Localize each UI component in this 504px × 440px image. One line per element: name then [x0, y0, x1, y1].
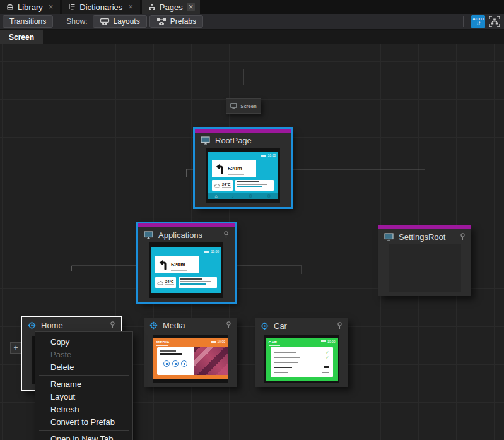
node-car[interactable]: Car CAR 10:00 ✓ ✓ — [255, 318, 348, 387]
message-card — [179, 277, 217, 288]
status-bar: 10:00 — [211, 340, 225, 343]
node-preview-frame — [389, 244, 461, 292]
car-status-card: ✓ ✓ — [271, 347, 333, 377]
media-heading: MEDIA — [156, 340, 170, 344]
status-bar: 10:00 — [204, 249, 219, 253]
show-label: Show: — [66, 17, 87, 26]
tab-label: Dictionaries — [79, 3, 122, 12]
plus-icon: + — [13, 343, 18, 352]
prefabs-toggle-button[interactable]: Prefabs — [149, 15, 203, 28]
toolbar-right-group: AUTO ↓↑ — [458, 15, 501, 28]
node-title: Home — [41, 321, 105, 330]
prefabs-node-icon — [156, 18, 167, 26]
node-titlebar: Car — [255, 318, 348, 333]
tab-screen-view[interactable]: Screen — [0, 30, 43, 44]
thumbnail-navbar: ⌂ ♪ ⚙ ⚙ — [208, 193, 278, 199]
tab-dictionaries[interactable]: Dictionaries × — [62, 0, 140, 14]
tab-label: Library — [18, 3, 43, 12]
car-thumbnail: CAR 10:00 ✓ ✓ — [266, 338, 338, 381]
menu-item-open-in-new-tab[interactable]: Open in New Tab — [35, 432, 132, 440]
toolbar-separator — [61, 16, 61, 27]
menu-item-paste[interactable]: Paste — [35, 348, 132, 360]
weather-card: 24°C — [155, 277, 176, 288]
close-icon[interactable]: × — [187, 3, 196, 11]
node-media[interactable]: Media MEDIA 10:00 — [144, 318, 237, 387]
node-title: Media — [163, 321, 221, 330]
check-icon: ✓ — [325, 355, 329, 359]
navigation-card: 520m — [212, 160, 256, 177]
music-icon: ♪ — [232, 194, 235, 198]
tab-pages[interactable]: Pages × — [142, 0, 200, 14]
node-preview-frame: MEDIA 10:00 — [153, 335, 228, 383]
pin-icon — [223, 231, 229, 239]
toolbar-separator — [463, 16, 464, 27]
temperature-label: 24°C — [222, 182, 231, 188]
pages-icon — [148, 3, 156, 11]
gear-icon: ⚙ — [249, 194, 252, 198]
applications-thumbnail: 10:00 520m 24°C — [151, 247, 221, 293]
node-title: Car — [274, 321, 332, 331]
menu-item-delete[interactable]: Delete — [35, 360, 132, 373]
check-icon: ✓ — [325, 350, 329, 354]
page-graph-canvas[interactable]: Screen RootPage 10:00 520m — [0, 44, 504, 440]
node-preview-frame: 10:00 520m 24°C ⌂ — [206, 148, 280, 203]
node-settingsroot[interactable]: SettingsRoot — [378, 225, 471, 296]
layouts-label: Layouts — [114, 17, 140, 26]
turn-left-arrow-icon — [215, 164, 225, 174]
gear-icon: ⚙ — [267, 194, 271, 198]
auto-layout-button[interactable]: AUTO ↓↑ — [471, 15, 485, 28]
node-preview-frame: CAR 10:00 ✓ ✓ — [264, 335, 339, 383]
weather-card: 24°C — [212, 180, 233, 191]
previous-track-icon — [163, 360, 170, 367]
menu-item-layout[interactable]: Layout — [35, 390, 132, 403]
add-page-button[interactable]: + — [10, 342, 21, 354]
tab-library[interactable]: Library × — [0, 0, 60, 14]
monitor-icon — [144, 231, 153, 239]
now-playing-card — [157, 347, 194, 375]
node-title: RootPage — [215, 136, 286, 145]
layouts-eye-icon — [100, 18, 110, 26]
distance-label: 520m — [171, 261, 185, 268]
close-icon[interactable]: × — [126, 3, 135, 11]
page-compass-icon — [28, 321, 36, 330]
status-bar: 10:00 — [261, 153, 276, 157]
page-compass-icon — [261, 322, 269, 330]
monitor-icon — [201, 136, 210, 145]
menu-item-refresh[interactable]: Refresh — [35, 403, 132, 415]
message-card — [235, 180, 274, 191]
dictionaries-icon — [68, 3, 76, 11]
close-icon[interactable]: × — [47, 3, 56, 11]
pause-icon — [172, 360, 179, 367]
menu-item-convert-to-prefab[interactable]: Convert to Prefab — [35, 415, 132, 428]
pin-icon — [226, 321, 231, 329]
fit-view-icon — [489, 16, 500, 27]
page-compass-icon — [149, 321, 158, 330]
node-rootpage[interactable]: RootPage 10:00 520m 24°C — [195, 129, 291, 207]
prefabs-label: Prefabs — [170, 17, 196, 26]
cloud-icon — [157, 280, 163, 285]
cloud-icon — [214, 183, 220, 188]
menu-separator — [39, 375, 129, 376]
node-screen[interactable]: Screen — [226, 98, 261, 114]
fit-view-button[interactable] — [488, 15, 501, 28]
turn-left-arrow-icon — [158, 259, 168, 270]
node-titlebar: Media — [144, 318, 237, 333]
document-tabbar: Library × Dictionaries × Pages × — [0, 0, 504, 14]
car-heading: CAR — [269, 340, 278, 344]
node-applications[interactable]: Applications 10:00 520m 24°C — [138, 223, 235, 302]
context-menu: Copy Paste Delete Rename Layout Refresh … — [35, 331, 133, 440]
menu-item-rename[interactable]: Rename — [35, 378, 132, 390]
transitions-button[interactable]: Transitions — [3, 15, 53, 28]
node-title: SettingsRoot — [399, 232, 455, 242]
node-titlebar: RootPage — [195, 133, 291, 148]
node-title: Screen — [240, 104, 256, 109]
monitor-icon — [230, 103, 237, 109]
menu-item-copy[interactable]: Copy — [35, 335, 132, 348]
media-thumbnail: MEDIA 10:00 — [153, 338, 228, 379]
tab-label: Pages — [160, 3, 183, 12]
layouts-toggle-button[interactable]: Layouts — [93, 15, 147, 28]
auto-arrows-icon: ↓↑ — [476, 21, 480, 26]
node-title: Applications — [158, 230, 218, 240]
pin-icon — [110, 321, 115, 329]
node-titlebar: Applications — [138, 227, 235, 242]
